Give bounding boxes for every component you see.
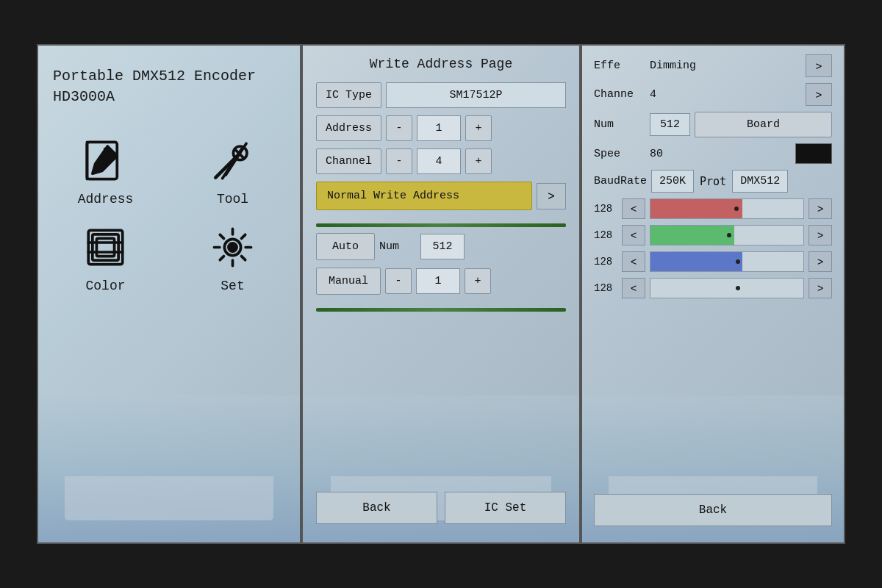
- speed-label: Spee: [594, 148, 645, 160]
- slider-1-track[interactable]: [650, 198, 804, 219]
- address-plus-btn[interactable]: +: [465, 115, 492, 141]
- device-subtitle: HD3000A: [53, 88, 115, 105]
- black-swatch: [795, 143, 832, 164]
- manual-value: 1: [416, 268, 460, 294]
- menu-item-address[interactable]: Address: [53, 135, 158, 207]
- slider-4-right-btn[interactable]: >: [808, 278, 832, 298]
- menu-item-set[interactable]: Set: [180, 221, 285, 293]
- baud-value: 250K: [651, 170, 694, 193]
- slider-2-num: 128: [594, 229, 617, 241]
- menu-label-set: Set: [220, 279, 244, 293]
- left-panel: Portable DMX512 Encoder HD3000A Address: [37, 44, 301, 544]
- speed-row: Spee 80: [594, 143, 832, 164]
- ic-type-row: IC Type SM17512P: [316, 82, 566, 108]
- right-back-btn[interactable]: Back: [594, 494, 832, 526]
- slider-2-left-btn[interactable]: <: [622, 225, 645, 245]
- slider-3-dot: [736, 259, 740, 264]
- slider-1-right-btn[interactable]: >: [808, 198, 832, 219]
- layers-icon: [80, 221, 132, 273]
- slider-4-fill: [650, 279, 742, 298]
- slider-3-right-btn[interactable]: >: [808, 251, 832, 272]
- back-btn[interactable]: Back: [316, 492, 437, 524]
- channel-plus-btn[interactable]: +: [465, 148, 492, 174]
- menu-label-address: Address: [78, 192, 134, 207]
- right-channel-row: Channe 4 >: [594, 83, 832, 106]
- slider-2-fill: [650, 226, 734, 245]
- slider-3-fill: [650, 252, 742, 271]
- top-divider: [316, 223, 566, 227]
- slider-1-fill: [650, 199, 742, 218]
- slider-3-track[interactable]: [650, 251, 804, 272]
- write-address-row: Normal Write Address >: [316, 182, 566, 210]
- write-chevron-btn[interactable]: >: [537, 183, 566, 209]
- manual-btn[interactable]: Manual: [316, 268, 381, 295]
- auto-btn[interactable]: Auto: [316, 233, 375, 260]
- manual-minus-btn[interactable]: -: [385, 268, 412, 294]
- slider-2-right-btn[interactable]: >: [808, 225, 832, 245]
- prot-value: DMX512: [732, 170, 788, 193]
- right-num-label: Num: [594, 118, 645, 131]
- bottom-bar: Back IC Set: [316, 492, 566, 531]
- slider-row-4: 128 < >: [594, 278, 832, 298]
- slider-4-left-btn[interactable]: <: [622, 278, 645, 298]
- slider-4-dot: [736, 286, 740, 290]
- address-row: Address - 1 +: [316, 115, 566, 141]
- slider-row-3: 128 < >: [594, 251, 832, 272]
- speed-value: 80: [650, 148, 791, 160]
- effe-label: Effe: [594, 60, 645, 72]
- wrench-icon: [207, 135, 259, 186]
- effe-value: Dimming: [650, 60, 801, 72]
- right-num-row: Num 512 Board: [594, 112, 832, 137]
- channel-value: 4: [417, 148, 461, 174]
- address-value: 1: [417, 115, 461, 141]
- menu-label-color: Color: [85, 279, 125, 293]
- effe-chevron-btn[interactable]: >: [806, 54, 832, 77]
- manual-plus-btn[interactable]: +: [465, 268, 491, 294]
- menu-item-color[interactable]: Color: [53, 221, 158, 293]
- right-panel: Effe Dimming > Channe 4 > Num 512 Board …: [581, 44, 845, 544]
- edit-icon: [80, 135, 132, 186]
- ic-type-value: SM17512P: [386, 82, 566, 108]
- slider-4-num: 128: [594, 282, 617, 294]
- gear-icon: [207, 221, 259, 273]
- address-label[interactable]: Address: [316, 115, 381, 141]
- board-btn[interactable]: Board: [695, 112, 832, 137]
- channel-minus-btn[interactable]: -: [386, 148, 412, 174]
- right-channel-chevron-btn[interactable]: >: [806, 83, 832, 106]
- channel-row: Channel - 4 +: [316, 148, 566, 174]
- auto-row: Auto Num 512: [316, 233, 566, 260]
- icset-btn[interactable]: IC Set: [445, 492, 566, 524]
- address-minus-btn[interactable]: -: [386, 115, 412, 141]
- num-label: Num: [379, 240, 416, 253]
- effe-row: Effe Dimming >: [594, 54, 832, 77]
- slider-row-1: 128 < >: [594, 198, 832, 219]
- slider-4-track[interactable]: [650, 278, 804, 298]
- main-menu: Address T: [53, 135, 285, 293]
- menu-label-tool: Tool: [217, 192, 248, 207]
- baud-label: BaudRate: [594, 175, 647, 187]
- auto-num-value: 512: [420, 234, 465, 259]
- svg-point-12: [229, 243, 237, 251]
- menu-item-tool[interactable]: Tool: [180, 135, 285, 207]
- svg-rect-8: [96, 238, 114, 256]
- baud-row: BaudRate 250K Prot DMX512: [594, 170, 832, 193]
- slider-1-num: 128: [594, 203, 617, 215]
- slider-1-left-btn[interactable]: <: [622, 198, 645, 219]
- slider-2-track[interactable]: [650, 225, 804, 245]
- slider-1-dot: [734, 207, 739, 211]
- slider-2-dot: [727, 233, 731, 237]
- right-num-value: 512: [650, 113, 690, 136]
- device-title: Portable DMX512 Encoder: [53, 68, 256, 85]
- right-channel-label: Channe: [594, 88, 645, 101]
- ic-type-label[interactable]: IC Type: [316, 82, 381, 108]
- middle-panel: Write Address Page IC Type SM17512P Addr…: [301, 44, 581, 544]
- channel-label[interactable]: Channel: [316, 148, 381, 174]
- write-address-btn[interactable]: Normal Write Address: [316, 182, 532, 210]
- slider-3-left-btn[interactable]: <: [622, 251, 645, 272]
- slider-3-num: 128: [594, 256, 617, 268]
- page-title: Write Address Page: [316, 57, 566, 71]
- bottom-divider: [316, 308, 566, 312]
- slider-row-2: 128 < >: [594, 225, 832, 245]
- right-channel-value: 4: [650, 88, 801, 101]
- manual-row: Manual - 1 +: [316, 268, 566, 295]
